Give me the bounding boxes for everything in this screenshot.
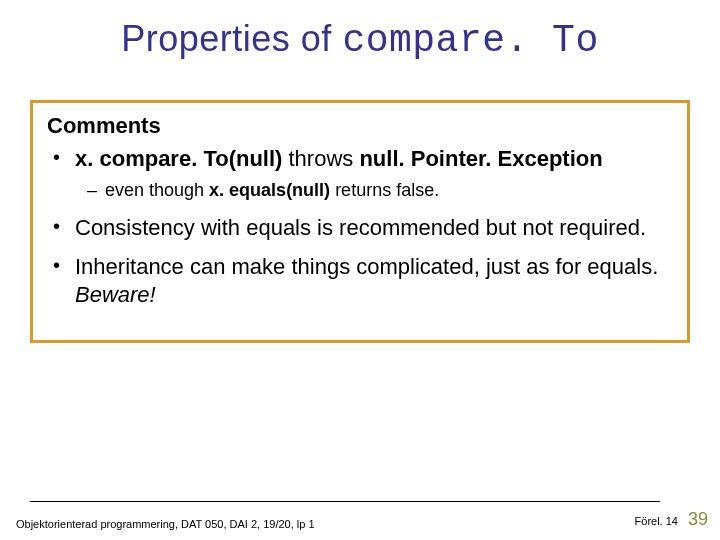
footer-lecture: Förel. 14 — [635, 515, 678, 527]
sub-bullet-list: even though x. equals(null) returns fals… — [75, 179, 673, 202]
slide: Properties of compare. To Comments x. co… — [0, 0, 720, 540]
sub-bullet-1-a: even though — [105, 180, 209, 200]
sub-bullet-1: even though x. equals(null) returns fals… — [83, 179, 673, 202]
bullet-1-mid: throws — [282, 146, 359, 171]
bullet-1: x. compare. To(null) throws null. Pointe… — [47, 145, 673, 202]
title-mono: compare. To — [342, 19, 598, 62]
sub-bullet-1-c: returns false. — [330, 180, 439, 200]
bullet-1-code-a: x. compare. To(null) — [75, 146, 282, 171]
content-box: Comments x. compare. To(null) throws nul… — [30, 100, 690, 343]
footer-rule — [30, 501, 660, 502]
footer-right: Förel. 14 39 — [635, 509, 708, 530]
comments-header: Comments — [47, 113, 673, 139]
bullet-3: Inheritance can make things complicated,… — [47, 253, 673, 308]
footer: Objektorienterad programmering, DAT 050,… — [0, 509, 720, 530]
slide-title: Properties of compare. To — [0, 0, 720, 72]
footer-left: Objektorienterad programmering, DAT 050,… — [12, 518, 635, 530]
bullet-3-b: Beware! — [75, 282, 156, 307]
title-text: Properties of — [121, 18, 342, 59]
bullet-list: x. compare. To(null) throws null. Pointe… — [47, 145, 673, 308]
bullet-2: Consistency with equals is recommended b… — [47, 214, 673, 242]
bullet-3-a: Inheritance can make things complicated,… — [75, 254, 658, 279]
bullet-2-text: Consistency with equals is recommended b… — [75, 215, 646, 240]
page-number: 39 — [688, 509, 708, 530]
sub-bullet-1-b: x. equals(null) — [209, 180, 330, 200]
bullet-1-code-b: null. Pointer. Exception — [359, 146, 602, 171]
